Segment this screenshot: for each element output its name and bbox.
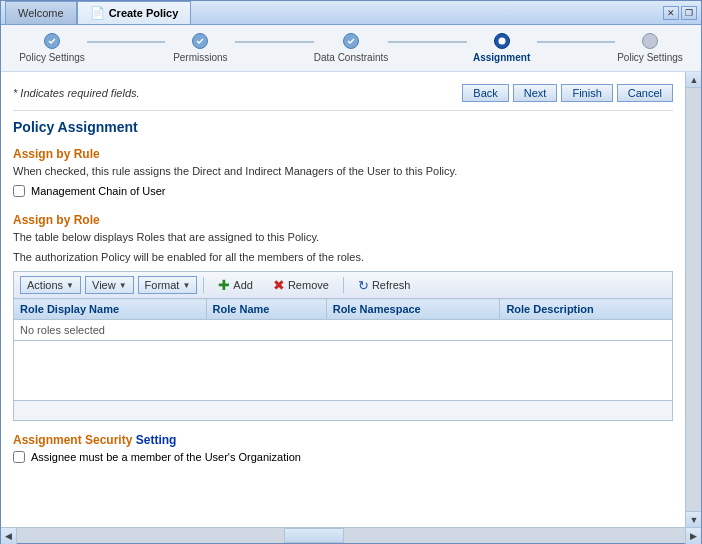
step-label-data-constraints: Data Constraints xyxy=(314,52,388,63)
refresh-icon: ↻ xyxy=(358,278,369,293)
add-label: Add xyxy=(233,279,253,291)
close-button[interactable]: ✕ xyxy=(663,6,679,20)
main-window: Welcome 📄 Create Policy ✕ ❐ Policy Setti… xyxy=(0,0,702,544)
step-label-policy-settings-2: Policy Settings xyxy=(617,52,683,63)
table-footer xyxy=(13,401,673,421)
assign-by-role-title: Assign by Role xyxy=(13,213,673,227)
titlebar: Welcome 📄 Create Policy ✕ ❐ xyxy=(1,1,701,25)
toolbar-sep-2 xyxy=(343,277,344,293)
table-toolbar: Actions ▼ View ▼ Format ▼ ✚ Add ✖ xyxy=(13,271,673,298)
refresh-button[interactable]: ↻ Refresh xyxy=(350,276,419,295)
format-button[interactable]: Format ▼ xyxy=(138,276,198,294)
scroll-track[interactable] xyxy=(686,88,701,511)
welcome-tab-label: Welcome xyxy=(18,7,64,19)
management-chain-checkbox[interactable] xyxy=(13,185,25,197)
hscroll-left-arrow[interactable]: ◀ xyxy=(1,528,17,544)
col-role-namespace: Role Namespace xyxy=(326,299,500,320)
page-title: Policy Assignment xyxy=(13,119,673,135)
remove-button[interactable]: ✖ Remove xyxy=(265,275,337,295)
wizard-steps: Policy Settings Permissions Data Constra… xyxy=(17,33,685,63)
svg-point-0 xyxy=(498,38,505,45)
cancel-button[interactable]: Cancel xyxy=(617,84,673,102)
security-checkbox-label: Assignee must be a member of the User's … xyxy=(31,451,301,463)
table-row-empty: No roles selected xyxy=(14,320,673,341)
actions-label: Actions xyxy=(27,279,63,291)
roles-table: Role Display Name Role Name Role Namespa… xyxy=(13,298,673,401)
add-icon: ✚ xyxy=(218,277,230,293)
assign-by-rule-desc: When checked, this rule assigns the Dire… xyxy=(13,165,673,177)
restore-button[interactable]: ❐ xyxy=(681,6,697,20)
view-button[interactable]: View ▼ xyxy=(85,276,134,294)
step-policy-settings[interactable]: Policy Settings xyxy=(17,33,87,63)
main-panel: * Indicates required fields. Back Next F… xyxy=(1,72,685,527)
col-role-name: Role Name xyxy=(206,299,326,320)
horizontal-scrollbar: ◀ ▶ xyxy=(1,527,701,543)
step-label-assignment: Assignment xyxy=(473,52,530,63)
tab-welcome[interactable]: Welcome xyxy=(5,1,77,24)
step-circle-permissions xyxy=(192,33,208,49)
create-policy-tab-label: Create Policy xyxy=(109,7,179,19)
security-setting-title: Assignment Security Setting xyxy=(13,433,673,447)
assign-by-role-desc1: The table below displays Roles that are … xyxy=(13,231,673,243)
step-circle-policy-settings-2 xyxy=(642,33,658,49)
connector-4 xyxy=(537,41,615,43)
actions-dropdown-icon: ▼ xyxy=(66,281,74,290)
next-button[interactable]: Next xyxy=(513,84,558,102)
col-role-display-name: Role Display Name xyxy=(14,299,207,320)
hscroll-thumb[interactable] xyxy=(284,528,344,543)
finish-button[interactable]: Finish xyxy=(561,84,612,102)
step-permissions[interactable]: Permissions xyxy=(165,33,235,63)
management-chain-row: Management Chain of User xyxy=(13,185,673,197)
hscroll-right-arrow[interactable]: ▶ xyxy=(685,528,701,544)
col-role-description: Role Description xyxy=(500,299,673,320)
actions-button[interactable]: Actions ▼ xyxy=(20,276,81,294)
scroll-down-arrow[interactable]: ▼ xyxy=(686,511,701,527)
step-assignment[interactable]: Assignment xyxy=(467,33,537,63)
security-title-part2-text: Setting xyxy=(136,433,177,447)
step-policy-settings-2[interactable]: Policy Settings xyxy=(615,33,685,63)
connector-2 xyxy=(235,41,313,43)
wizard-bar: Policy Settings Permissions Data Constra… xyxy=(1,25,701,72)
step-circle-assignment xyxy=(494,33,510,49)
format-label: Format xyxy=(145,279,180,291)
nav-row: * Indicates required fields. Back Next F… xyxy=(13,80,673,111)
remove-icon: ✖ xyxy=(273,277,285,293)
assign-by-role-desc2: The authorization Policy will be enabled… xyxy=(13,251,673,263)
content-area: * Indicates required fields. Back Next F… xyxy=(1,72,701,527)
tab-create-policy[interactable]: 📄 Create Policy xyxy=(77,1,192,24)
view-label: View xyxy=(92,279,116,291)
empty-message: No roles selected xyxy=(14,320,673,341)
step-label-policy-settings: Policy Settings xyxy=(19,52,85,63)
window-controls: ✕ ❐ xyxy=(663,6,697,20)
view-dropdown-icon: ▼ xyxy=(119,281,127,290)
titlebar-tabs: Welcome 📄 Create Policy xyxy=(5,1,663,24)
step-data-constraints[interactable]: Data Constraints xyxy=(314,33,388,63)
back-button[interactable]: Back xyxy=(462,84,508,102)
nav-buttons: Back Next Finish Cancel xyxy=(462,84,673,102)
management-chain-label: Management Chain of User xyxy=(31,185,166,197)
step-circle-policy-settings xyxy=(44,33,60,49)
toolbar-sep-1 xyxy=(203,277,204,293)
assign-by-rule-title: Assign by Rule xyxy=(13,147,673,161)
step-circle-data-constraints xyxy=(343,33,359,49)
hscroll-track[interactable] xyxy=(17,528,685,543)
vertical-scrollbar: ▲ ▼ xyxy=(685,72,701,527)
connector-3 xyxy=(388,41,466,43)
scroll-up-arrow[interactable]: ▲ xyxy=(686,72,701,88)
format-dropdown-icon: ▼ xyxy=(182,281,190,290)
step-label-permissions: Permissions xyxy=(173,52,227,63)
refresh-label: Refresh xyxy=(372,279,411,291)
security-checkbox-row: Assignee must be a member of the User's … xyxy=(13,451,673,463)
table-row-spacer xyxy=(14,341,673,401)
security-title-part1: Assignment Security xyxy=(13,433,132,447)
connector-1 xyxy=(87,41,165,43)
create-policy-icon: 📄 xyxy=(90,6,105,20)
security-checkbox[interactable] xyxy=(13,451,25,463)
remove-label: Remove xyxy=(288,279,329,291)
add-button[interactable]: ✚ Add xyxy=(210,275,261,295)
required-text: * Indicates required fields. xyxy=(13,87,140,99)
